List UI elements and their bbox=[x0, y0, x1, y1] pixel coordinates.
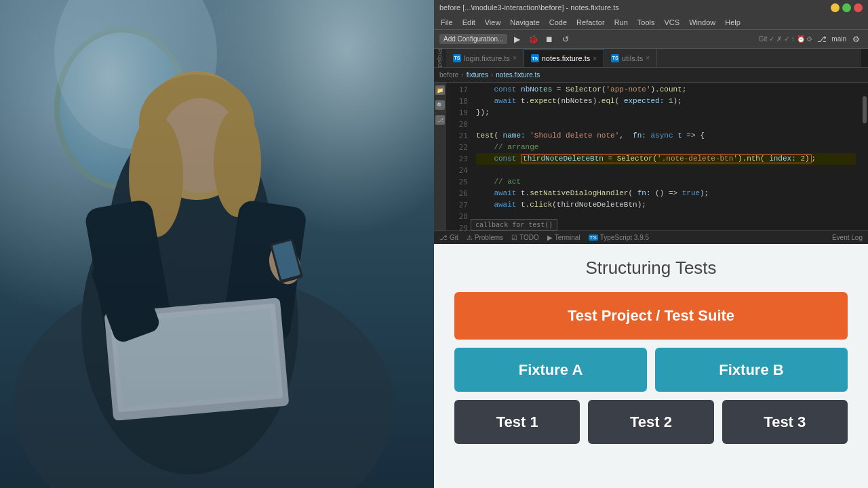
menu-window[interactable]: Window bbox=[685, 17, 719, 28]
ts-problems-icon: TS bbox=[589, 235, 598, 241]
menu-view[interactable]: View bbox=[481, 17, 505, 28]
todo-icon: ☑ bbox=[511, 234, 517, 241]
test-project-row: Test Project / Test Suite bbox=[454, 292, 848, 340]
ide-problems-bar: ⎇ Git ⚠ Problems ☑ TODO ▶ Terminal TS Ty… bbox=[434, 230, 868, 244]
tab-utils[interactable]: TS utils.ts × bbox=[604, 49, 657, 67]
menu-file[interactable]: File bbox=[437, 17, 457, 28]
todo-item[interactable]: ☑ TODO bbox=[511, 234, 539, 241]
menu-edit[interactable]: Edit bbox=[458, 17, 479, 28]
close-button[interactable] bbox=[854, 3, 863, 12]
fixture-b-box[interactable]: Fixture B bbox=[655, 348, 848, 392]
tabs-container: TS login.fixture.ts × TS notes.fixture.t… bbox=[446, 49, 657, 67]
minimize-button[interactable] bbox=[831, 3, 840, 12]
ide-menubar: File Edit View Navigate Code Refactor Ru… bbox=[434, 15, 868, 30]
code-line-24 bbox=[476, 165, 856, 176]
code-line-19: }); bbox=[476, 107, 856, 119]
ide-activity-bar: 📁 🔍 ⎇ bbox=[434, 83, 446, 230]
tests-row: Test 1 Test 2 Test 3 bbox=[454, 400, 848, 444]
git-branch-icon[interactable]: ⎇ bbox=[815, 33, 829, 46]
ts-icon-utils: TS bbox=[611, 54, 619, 62]
maximize-button[interactable] bbox=[842, 3, 851, 12]
close-utils-tab-icon[interactable]: × bbox=[646, 54, 650, 62]
code-line-22: // arrange bbox=[476, 142, 856, 153]
fixture-a-box[interactable]: Fixture A bbox=[454, 348, 647, 392]
menu-vcs[interactable]: VCS bbox=[660, 17, 684, 28]
code-content: const nbNotes = Selector('app-note').cou… bbox=[471, 83, 861, 230]
titlebar-right bbox=[831, 3, 863, 12]
menu-help[interactable]: Help bbox=[721, 17, 745, 28]
menu-code[interactable]: Code bbox=[545, 17, 571, 28]
ide-title: before [...\module3-interaction\before] … bbox=[439, 3, 619, 12]
slide-section: Structuring Tests Test Project / Test Su… bbox=[434, 244, 868, 488]
git-label: Git ✓ ✗ ✓ ↑ ⏰ ⚙ bbox=[759, 35, 812, 43]
terminal-icon: ▶ bbox=[547, 234, 553, 241]
git-branch-name: main bbox=[831, 35, 846, 43]
close-active-tab-icon[interactable]: × bbox=[593, 55, 597, 62]
warning-icon: ⚠ bbox=[467, 234, 473, 241]
scrollbar-thumb[interactable] bbox=[863, 96, 867, 123]
close-tab-icon[interactable]: × bbox=[513, 54, 517, 62]
ide-section: before [...\module3-interaction\before] … bbox=[434, 0, 868, 244]
search-icon[interactable]: 🔍 bbox=[435, 100, 445, 110]
ide-code-area: 📁 🔍 ⎇ 17 18 19 20 21 22 23 24 25 26 27 2… bbox=[434, 83, 868, 230]
stop-button[interactable]: ⏹ bbox=[542, 33, 556, 46]
titlebar-left: before [...\module3-interaction\before] … bbox=[439, 3, 619, 12]
add-config-button[interactable]: Add Configuration... bbox=[439, 34, 507, 44]
menu-navigate[interactable]: Navigate bbox=[506, 17, 543, 28]
line-numbers: 17 18 19 20 21 22 23 24 25 26 27 28 29 3… bbox=[446, 83, 471, 230]
git-icon[interactable]: ⎇ bbox=[435, 115, 445, 125]
photo-overlay bbox=[0, 0, 434, 488]
settings-button[interactable]: ⚙ bbox=[849, 33, 863, 46]
tab-login-fixture[interactable]: TS login.fixture.ts × bbox=[446, 49, 524, 67]
code-line-20 bbox=[476, 119, 856, 130]
run-button[interactable]: ▶ bbox=[510, 33, 524, 46]
test-project-box[interactable]: Test Project / Test Suite bbox=[454, 292, 848, 340]
ts-icon-active: TS bbox=[531, 54, 539, 62]
code-line-18: await t.expect(nbNotes).eql( expected: 1… bbox=[476, 96, 856, 107]
ide-breadcrumb: before › fixtures › notes.fixture.ts bbox=[434, 68, 868, 83]
slide-title: Structuring Tests bbox=[585, 258, 716, 279]
slide-content: Test Project / Test Suite Fixture A Fixt… bbox=[454, 292, 848, 444]
ide-toolbar: Add Configuration... ▶ 🐞 ⏹ ↺ Git ✓ ✗ ✓ ↑… bbox=[434, 30, 868, 49]
code-line-23: const thirdNoteDeleteBtn = Selector('.no… bbox=[476, 153, 856, 165]
git-problems-item[interactable]: ⎇ Git bbox=[439, 234, 458, 241]
ide-tabs: Project TS login.fixture.ts × TS notes.f… bbox=[434, 49, 868, 68]
code-line-26: await t.setNativeDialogHandler( fn: () =… bbox=[476, 188, 856, 199]
code-line-25: // act bbox=[476, 176, 856, 188]
git-icon-small: ⎇ bbox=[439, 234, 448, 241]
menu-refactor[interactable]: Refactor bbox=[572, 17, 609, 28]
breadcrumb-fixtures: fixtures bbox=[467, 71, 488, 79]
test1-box[interactable]: Test 1 bbox=[454, 400, 580, 444]
toolbar-left: Add Configuration... ▶ 🐞 ⏹ ↺ bbox=[439, 33, 572, 46]
toolbar-right: Git ✓ ✗ ✓ ↑ ⏰ ⚙ ⎇ main ⚙ bbox=[759, 33, 863, 46]
explorer-icon[interactable]: 📁 bbox=[435, 85, 445, 95]
code-line-27: await t.click(thirdNoteDeleteBtn); bbox=[476, 199, 856, 211]
typescript-item[interactable]: TS TypeScript 3.9.5 bbox=[589, 234, 650, 241]
reload-button[interactable]: ↺ bbox=[559, 33, 572, 46]
terminal-item[interactable]: ▶ Terminal bbox=[547, 234, 580, 241]
problems-item[interactable]: ⚠ Problems bbox=[467, 234, 503, 241]
callback-tooltip: callback for test() bbox=[471, 219, 557, 230]
breadcrumb-before: before bbox=[439, 71, 458, 79]
tab-scrollbar[interactable] bbox=[861, 49, 868, 67]
menu-run[interactable]: Run bbox=[610, 17, 632, 28]
event-log-item[interactable]: Event Log bbox=[832, 234, 863, 241]
fixtures-row: Fixture A Fixture B bbox=[454, 348, 848, 392]
code-line-17: const nbNotes = Selector('app-note').cou… bbox=[476, 84, 856, 96]
code-line-21: test( name: 'Should delete note', fn: as… bbox=[476, 130, 856, 142]
breadcrumb-file: notes.fixture.ts bbox=[496, 71, 540, 79]
project-label: Project bbox=[434, 49, 446, 67]
code-scrollbar[interactable] bbox=[861, 83, 868, 230]
test3-box[interactable]: Test 3 bbox=[722, 400, 848, 444]
ts-icon: TS bbox=[453, 54, 461, 62]
debug-button[interactable]: 🐞 bbox=[526, 33, 540, 46]
photo-panel bbox=[0, 0, 434, 488]
ide-titlebar: before [...\module3-interaction\before] … bbox=[434, 0, 868, 15]
menu-tools[interactable]: Tools bbox=[633, 17, 659, 28]
right-panel: before [...\module3-interaction\before] … bbox=[434, 0, 868, 488]
tab-notes-fixture[interactable]: TS notes.fixture.ts × bbox=[524, 49, 604, 67]
test2-box[interactable]: Test 2 bbox=[588, 400, 713, 444]
